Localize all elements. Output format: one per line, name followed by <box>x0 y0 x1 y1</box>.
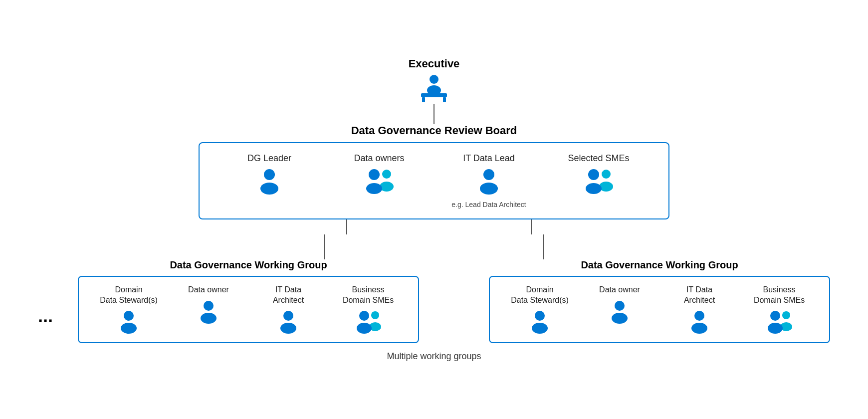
board-box: DG Leader Data owners <box>199 142 669 219</box>
wg-member-label: Data owner <box>599 285 640 295</box>
svg-point-16 <box>586 183 602 194</box>
svg-point-23 <box>204 301 214 311</box>
wg-member-data-owner-r: Data owner <box>580 285 659 335</box>
svg-point-15 <box>588 169 599 180</box>
svg-point-27 <box>371 311 379 319</box>
board-member-dg-leader: DG Leader <box>215 153 324 209</box>
svg-rect-3 <box>422 97 425 102</box>
executive-label: Executive <box>409 57 460 70</box>
wg-member-domain-steward-l: DomainData Steward(s) <box>89 285 169 335</box>
wg-member-domain-steward-r: DomainData Steward(s) <box>500 285 580 335</box>
wg-member-data-owner-l: Data owner <box>169 285 248 335</box>
board-member-label: DG Leader <box>247 153 291 164</box>
wg-member-label: BusinessDomain SMEs <box>754 285 805 306</box>
svg-point-30 <box>357 323 372 334</box>
board-label: Data Governance Review Board <box>351 124 517 137</box>
working-groups-row: ··· Data Governance Working Group Domain… <box>85 259 783 344</box>
wg-member-business-smes-l: BusinessDomain SMEs <box>328 285 408 335</box>
svg-point-26 <box>280 323 296 334</box>
svg-point-5 <box>264 169 275 180</box>
board-member-label: Data owners <box>354 153 404 164</box>
right-branch <box>531 219 532 234</box>
svg-point-36 <box>691 323 707 334</box>
svg-point-10 <box>366 183 382 194</box>
svg-point-33 <box>615 301 625 311</box>
wg-right-label: Data Governance Working Group <box>581 259 738 271</box>
wg-member-label: Data owner <box>188 285 229 295</box>
svg-point-34 <box>612 313 628 324</box>
svg-point-12 <box>480 183 498 195</box>
svg-point-11 <box>483 169 494 180</box>
svg-rect-2 <box>421 93 447 97</box>
svg-point-6 <box>260 183 278 195</box>
org-diagram: Executive Data Governance Review Board <box>35 57 833 362</box>
svg-point-37 <box>782 311 790 319</box>
svg-point-39 <box>770 311 780 321</box>
branch-connectors <box>224 234 644 259</box>
left-branch <box>346 219 347 234</box>
board-member-label: Selected SMEs <box>568 153 629 164</box>
wg-member-label: IT DataArchitect <box>273 285 304 306</box>
connector-area <box>224 219 644 234</box>
svg-point-21 <box>124 311 134 321</box>
svg-point-31 <box>535 311 545 321</box>
svg-point-40 <box>768 323 783 334</box>
it-data-lead-note: e.g. Lead Data Architect <box>451 201 526 209</box>
svg-point-22 <box>121 323 137 334</box>
board-member-data-owners: Data owners <box>324 153 434 209</box>
wg-right: Data Governance Working Group DomainData… <box>489 259 830 344</box>
board-member-selected-smes: Selected SMEs <box>544 153 653 209</box>
board-section: Data Governance Review Board DG Leader D… <box>199 124 669 219</box>
wg-left: Data Governance Working Group DomainData… <box>78 259 419 344</box>
board-member-it-data-lead: IT Data Lead e.g. Lead Data Architect <box>434 153 544 209</box>
svg-rect-4 <box>443 97 446 102</box>
svg-point-29 <box>359 311 369 321</box>
wg-member-label: BusinessDomain SMEs <box>343 285 394 306</box>
wg-right-box: DomainData Steward(s) Data owner IT Data… <box>489 276 830 344</box>
wg-member-it-data-architect-r: IT DataArchitect <box>659 285 739 335</box>
board-member-label: IT Data Lead <box>463 153 515 164</box>
svg-point-32 <box>532 323 548 334</box>
svg-point-24 <box>201 313 217 324</box>
connector-exec-to-board <box>434 104 434 124</box>
svg-point-13 <box>602 170 611 179</box>
wg-member-label: DomainData Steward(s) <box>100 285 158 306</box>
ellipsis: ··· <box>38 311 53 332</box>
footer-note: Multiple working groups <box>387 351 481 362</box>
svg-point-7 <box>382 170 391 179</box>
wg-member-label: DomainData Steward(s) <box>511 285 569 306</box>
wg-left-label: Data Governance Working Group <box>170 259 327 271</box>
wg-member-it-data-architect-l: IT DataArchitect <box>248 285 328 335</box>
svg-point-0 <box>430 75 438 84</box>
svg-point-35 <box>694 311 704 321</box>
wg-left-box: DomainData Steward(s) Data owner IT Data… <box>78 276 419 344</box>
wg-member-business-smes-r: BusinessDomain SMEs <box>739 285 819 335</box>
svg-point-9 <box>369 169 380 180</box>
executive-node: Executive <box>409 57 460 104</box>
wg-member-label: IT DataArchitect <box>684 285 715 306</box>
svg-point-25 <box>283 311 293 321</box>
executive-icon <box>416 74 452 104</box>
